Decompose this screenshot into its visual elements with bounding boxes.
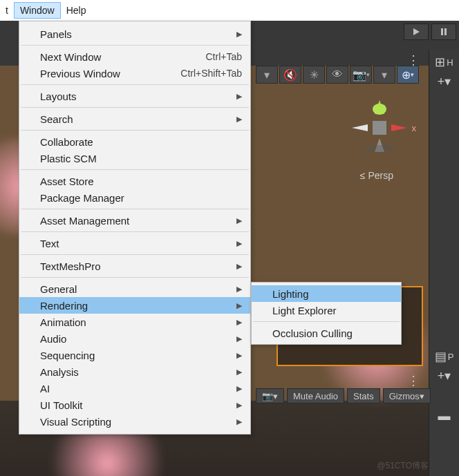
play-button[interactable] <box>404 23 429 40</box>
menu-item-label: Plastic SCM <box>40 153 97 164</box>
menu-shortcut: Ctrl+Shift+Tab <box>180 68 242 79</box>
menu-item-fragment[interactable]: t <box>0 3 14 18</box>
right-panel: ⊞ H +▾ ▤ P +▾ ▬ <box>429 50 459 476</box>
menu-item-label: Analysis <box>40 366 79 378</box>
chevron-right-icon: ▶ <box>236 368 242 377</box>
menu-item-help[interactable]: Help <box>61 3 92 18</box>
menu-item-label: UI Toolkit <box>40 399 82 411</box>
menu-item-collaborate[interactable]: Collaborate <box>19 133 250 150</box>
menu-item-asset-store[interactable]: Asset Store <box>19 173 250 189</box>
menu-separator <box>21 209 249 209</box>
tab-project-fragment[interactable]: ▤ P <box>429 347 459 366</box>
chevron-right-icon: ▶ <box>236 417 242 426</box>
menu-item-label: Previous Window <box>40 68 120 79</box>
menu-item-analysis[interactable]: Analysis▶ <box>19 363 250 380</box>
menu-item-text[interactable]: Text▶ <box>19 235 250 251</box>
chevron-right-icon: ▶ <box>236 285 242 294</box>
menu-item-package-manager[interactable]: Package Manager <box>19 189 250 206</box>
chevron-right-icon: ▶ <box>236 216 242 225</box>
menu-separator <box>21 254 249 255</box>
add-button[interactable]: +▾ <box>429 72 459 91</box>
tool-fx-icon[interactable]: 👁 <box>326 66 348 84</box>
chevron-right-icon: ▶ <box>236 262 242 271</box>
svg-rect-0 <box>441 28 443 35</box>
svg-marker-6 <box>352 124 368 131</box>
svg-marker-5 <box>391 124 407 131</box>
scene-view-toolbar: ▾ 🔇 ✳ 👁 📷▾ ▾ ⊕▾ <box>256 66 419 84</box>
menu-item-label: General <box>40 283 77 295</box>
kebab-menu-icon[interactable]: ⋮ <box>407 373 420 388</box>
menu-item-label: Layouts <box>40 91 77 102</box>
menu-separator <box>21 169 249 170</box>
tool-camera-icon[interactable]: 📷▾ <box>350 66 372 84</box>
tool-grid-icon[interactable]: ⊕▾ <box>397 66 419 84</box>
submenu-item-label: Lighting <box>272 288 309 300</box>
chevron-right-icon: ▶ <box>236 351 242 360</box>
menu-item-label: Search <box>40 113 73 125</box>
camera-icon: 📷 <box>262 391 273 401</box>
projection-label[interactable]: ≤ Persp <box>360 170 393 181</box>
menu-item-textmeshpro[interactable]: TextMeshPro▶ <box>19 258 250 274</box>
svg-rect-8 <box>366 145 393 152</box>
camera-icon: 📷 <box>353 68 366 82</box>
chevron-right-icon: ▶ <box>236 384 242 393</box>
scene-footer-toolbar: 📷 ▾ Mute Audio Stats Gizmos ▾ <box>256 388 431 403</box>
camera-dropdown[interactable]: 📷 ▾ <box>256 388 284 403</box>
menu-item-visual-scripting[interactable]: Visual Scripting▶ <box>19 413 250 430</box>
submenu-item-lighting[interactable]: Lighting <box>252 285 401 302</box>
menu-separator <box>21 84 249 85</box>
mute-audio-button[interactable]: Mute Audio <box>287 388 344 403</box>
menu-item-general[interactable]: General▶ <box>19 280 250 297</box>
chevron-right-icon: ▶ <box>236 239 242 248</box>
submenu-item-light-explorer[interactable]: Light Explorer <box>252 302 401 318</box>
pause-button[interactable] <box>431 23 456 40</box>
menu-item-label: Visual Scripting <box>40 416 111 428</box>
play-controls <box>404 23 456 40</box>
svg-rect-1 <box>444 28 447 35</box>
menu-shortcut: Ctrl+Tab <box>205 51 242 62</box>
menu-item-panels[interactable]: Panels▶ <box>19 26 250 42</box>
menu-item-ai[interactable]: AI▶ <box>19 380 250 397</box>
menu-item-search[interactable]: Search▶ <box>19 111 250 127</box>
svg-marker-2 <box>373 121 386 135</box>
chevron-right-icon: ▶ <box>236 301 242 310</box>
menu-item-label: Collaborate <box>40 136 93 148</box>
menu-item-window[interactable]: Window <box>14 2 61 19</box>
tab-hierarchy-fragment[interactable]: ⊞ H <box>429 53 459 72</box>
menu-separator <box>253 321 400 322</box>
menu-item-label: Asset Management <box>40 215 129 227</box>
folder-icon[interactable]: ▬ <box>429 406 459 426</box>
submenu-item-occlusion-culling[interactable]: Occlusion Culling <box>252 325 401 341</box>
eye-off-icon: 👁 <box>332 68 343 81</box>
menu-item-label: Panels <box>40 28 72 40</box>
menu-item-audio[interactable]: Audio▶ <box>19 330 250 347</box>
menu-item-label: AI <box>40 383 50 394</box>
orientation-gizmo[interactable]: x <box>348 97 411 159</box>
menu-separator <box>21 231 249 232</box>
tool-gizmos-dropdown[interactable]: ▾ <box>373 66 395 84</box>
menu-item-previous-window[interactable]: Previous WindowCtrl+Shift+Tab <box>19 65 250 82</box>
menu-item-label: Asset Store <box>40 175 94 187</box>
chevron-right-icon: ▶ <box>236 92 242 101</box>
x-axis-label: x <box>412 123 417 133</box>
menu-item-sequencing[interactable]: Sequencing▶ <box>19 347 250 363</box>
menu-item-asset-management[interactable]: Asset Management▶ <box>19 212 250 229</box>
menu-item-layouts[interactable]: Layouts▶ <box>19 88 250 104</box>
menu-item-rendering[interactable]: Rendering▶ <box>19 297 250 314</box>
shading-mode-dropdown[interactable]: ▾ <box>256 66 278 84</box>
add-button[interactable]: +▾ <box>429 366 459 385</box>
menu-item-ui-toolkit[interactable]: UI Toolkit▶ <box>19 397 250 413</box>
menu-separator <box>21 45 249 46</box>
tool-lighting-icon[interactable]: ✳ <box>303 66 325 84</box>
window-menu-dropdown: Panels▶Next WindowCtrl+TabPrevious Windo… <box>19 21 251 435</box>
stats-button[interactable]: Stats <box>347 388 380 403</box>
menu-item-label: TextMeshPro <box>40 260 101 272</box>
gizmos-dropdown[interactable]: Gizmos ▾ <box>383 388 431 403</box>
menu-item-next-window[interactable]: Next WindowCtrl+Tab <box>19 48 250 65</box>
grid-icon: ⊕ <box>402 68 411 82</box>
menu-item-animation[interactable]: Animation▶ <box>19 314 250 330</box>
watermark: @51CTO博客 <box>377 460 429 472</box>
chevron-right-icon: ▶ <box>236 401 242 410</box>
tool-2d-icon[interactable]: 🔇 <box>279 66 301 84</box>
menu-item-plastic-scm[interactable]: Plastic SCM <box>19 150 250 166</box>
